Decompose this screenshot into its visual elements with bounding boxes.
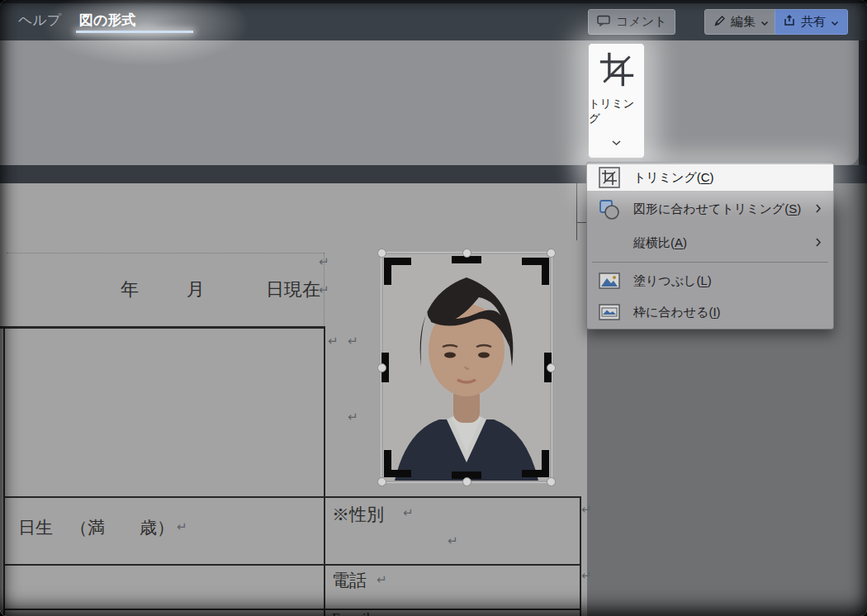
text-boundary	[7, 253, 324, 254]
table-border	[3, 609, 581, 610]
menu-separator	[592, 262, 828, 263]
chevron-down-icon	[831, 15, 839, 29]
paragraph-mark: ↵	[581, 502, 592, 517]
edit-label: 編集	[731, 14, 756, 30]
menu-item-crop-label-suffix: )	[710, 170, 714, 184]
crop-handle-corner[interactable]	[384, 450, 391, 477]
date-current-label: 日現在	[266, 277, 320, 302]
tab-spotlight-glow	[43, 0, 249, 66]
menu-item-aspect-ratio-label: 縦横比(	[633, 235, 675, 249]
selection-handle[interactable]	[462, 249, 471, 258]
comment-icon	[597, 15, 611, 29]
selection-handle[interactable]	[547, 363, 556, 372]
share-label: 共有	[801, 14, 826, 30]
menu-item-fit[interactable]: 枠に合わせる(I)	[587, 296, 833, 328]
date-month-label: 月	[187, 277, 205, 302]
paragraph-mark: ↵	[377, 572, 387, 587]
menu-item-crop-to-shape-label-suffix: )	[797, 201, 801, 216]
crop-to-shape-icon	[599, 199, 620, 223]
paragraph-mark: ↵	[319, 254, 329, 269]
table-border	[3, 564, 581, 566]
photo-cell-border	[576, 183, 577, 240]
menu-item-aspect-ratio-label-suffix: )	[683, 235, 687, 249]
word-window: ヘルプ 図の形式 コメント 編集 共有 線 果 イアウト	[0, 0, 867, 616]
email-cell-label: E-mail	[332, 610, 370, 616]
fit-picture-icon	[599, 304, 620, 323]
ribbon-right-gap	[859, 37, 867, 165]
menu-item-crop-label: トリミング(	[633, 170, 701, 184]
date-year-label: 年	[121, 277, 139, 302]
submenu-arrow-icon	[815, 202, 822, 216]
table-border	[3, 496, 581, 498]
selection-handle[interactable]	[547, 477, 556, 486]
phone-cell-label: 電話	[332, 569, 367, 592]
menu-item-crop-to-shape-label: 図形に合わせてトリミング(	[633, 201, 789, 216]
menu-item-aspect-ratio[interactable]: 縦横比(A)	[587, 225, 833, 260]
menu-item-crop-to-shape[interactable]: 図形に合わせてトリミング(S)	[587, 192, 833, 225]
crop-handle-corner[interactable]	[542, 258, 549, 285]
comments-button[interactable]: コメント	[588, 9, 675, 35]
crop-button[interactable]: トリミング	[588, 43, 645, 159]
menu-item-fill[interactable]: 塗りつぶし(L)	[587, 265, 833, 296]
crop-handle-corner[interactable]	[384, 258, 391, 285]
paragraph-mark: ↵	[328, 334, 339, 348]
chevron-down-icon	[611, 135, 622, 149]
fill-picture-icon	[599, 272, 620, 291]
paragraph-mark: ↵	[581, 568, 592, 583]
crop-icon	[599, 167, 620, 191]
tab-help[interactable]: ヘルプ	[18, 3, 61, 37]
selection-handle[interactable]	[462, 477, 471, 486]
paragraph-mark: ↵	[403, 505, 414, 520]
table-border	[580, 496, 581, 616]
paragraph-mark: ↵	[177, 519, 187, 534]
menu-item-fit-label-suffix: )	[717, 305, 721, 319]
selection-handle[interactable]	[377, 249, 386, 258]
selection-handle[interactable]	[377, 477, 386, 486]
birthdate-cell-label: 日生 （満 歳）	[18, 516, 174, 539]
crop-handle-corner[interactable]	[542, 450, 549, 477]
table-border	[0, 326, 325, 329]
selected-picture[interactable]	[381, 253, 552, 482]
accelerator-key: A	[675, 235, 683, 249]
paragraph-mark: ↵	[348, 334, 358, 348]
crop-label: トリミング	[589, 97, 644, 126]
menu-item-crop[interactable]: トリミング(C)	[587, 164, 833, 191]
active-tab-underline	[76, 31, 193, 33]
accelerator-key: C	[701, 170, 710, 184]
crop-icon	[599, 50, 635, 92]
submenu-arrow-icon	[815, 236, 822, 250]
share-button[interactable]: 共有	[775, 9, 848, 35]
selection-handle[interactable]	[377, 363, 386, 372]
comments-label: コメント	[616, 14, 666, 30]
chevron-down-icon	[760, 15, 769, 29]
share-icon	[784, 15, 796, 29]
paragraph-mark: ↵	[348, 410, 358, 424]
gender-cell-label: ※性別	[332, 503, 384, 526]
menu-item-fit-label: 枠に合わせる(	[633, 305, 713, 319]
id-photo-portrait	[383, 254, 550, 481]
accelerator-key: L	[700, 273, 707, 287]
edit-mode-button[interactable]: 編集	[704, 9, 778, 35]
selection-handle[interactable]	[547, 249, 556, 258]
pencil-icon	[713, 15, 726, 30]
paragraph-mark: ↵	[319, 282, 329, 297]
menu-item-fill-label: 塗りつぶし(	[633, 273, 700, 287]
menu-item-fill-label-suffix: )	[708, 273, 712, 287]
table-border	[324, 326, 325, 616]
accelerator-key: S	[789, 201, 797, 216]
paragraph-mark: ↵	[448, 533, 458, 548]
crop-dropdown-menu: トリミング(C) 図形に合わせてトリミング(S) 縦横比(A)	[586, 162, 834, 329]
table-border	[3, 326, 5, 616]
